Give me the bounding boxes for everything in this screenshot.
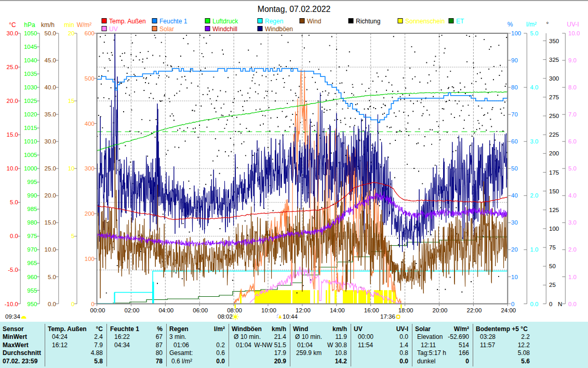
svg-text:ET: ET [456, 18, 464, 25]
svg-text:20.0: 20.0 [7, 98, 18, 104]
svg-text:0: 0 [465, 358, 469, 365]
svg-text:300: 300 [549, 75, 559, 82]
svg-text:125: 125 [549, 207, 559, 213]
svg-text:Montag, 07.02.2022: Montag, 07.02.2022 [258, 5, 331, 14]
svg-text:15: 15 [68, 98, 75, 104]
svg-text:Feuchte 1: Feuchte 1 [110, 325, 139, 333]
svg-text:75: 75 [549, 244, 556, 251]
svg-text:l/m²: l/m² [526, 21, 537, 28]
svg-text:1030: 1030 [24, 84, 37, 90]
svg-text:0: 0 [511, 301, 514, 307]
svg-text:150: 150 [549, 188, 559, 194]
svg-text:UV: UV [109, 25, 118, 33]
svg-text:Windböen: Windböen [232, 325, 262, 333]
svg-text:16:00: 16:00 [364, 307, 379, 313]
svg-text:200: 200 [85, 211, 95, 217]
svg-text:0.2: 0.2 [216, 341, 225, 349]
svg-text:3 min.: 3 min. [169, 333, 186, 340]
svg-text:5.0: 5.0 [530, 30, 539, 36]
svg-text:01:04: 01:04 [236, 341, 251, 349]
svg-text:0.0: 0.0 [10, 233, 18, 239]
svg-text:00:00: 00:00 [90, 307, 105, 313]
svg-text:250: 250 [549, 113, 559, 119]
svg-text:20:00: 20:00 [433, 307, 448, 313]
svg-text:Windchill: Windchill [212, 25, 237, 33]
svg-text:4.0: 4.0 [568, 192, 577, 199]
svg-text:950: 950 [27, 301, 37, 307]
svg-text:985: 985 [27, 206, 37, 212]
svg-text:02:00: 02:00 [125, 307, 140, 313]
svg-text:Solar: Solar [159, 25, 174, 33]
svg-text:200: 200 [549, 150, 559, 156]
svg-text:8.0: 8.0 [568, 84, 577, 90]
svg-text:0.0: 0.0 [568, 301, 577, 307]
svg-text:2.2: 2.2 [521, 333, 530, 340]
svg-text:67: 67 [156, 333, 163, 340]
svg-text:15.0: 15.0 [7, 132, 18, 138]
svg-text:hPa: hPa [24, 21, 35, 29]
svg-text:5.0: 5.0 [10, 199, 18, 205]
svg-text:40: 40 [511, 192, 518, 199]
svg-text:990: 990 [27, 192, 37, 199]
svg-text:80: 80 [156, 349, 163, 357]
svg-text:°C: °C [96, 325, 103, 333]
svg-text:70: 70 [511, 111, 518, 117]
svg-text:Wind: Wind [307, 18, 321, 25]
svg-text:Bodentemp +5 °C: Bodentemp +5 °C [476, 325, 528, 333]
svg-text:UV-I: UV-I [396, 325, 408, 333]
svg-text:45.0: 45.0 [45, 57, 56, 63]
svg-text:03:28: 03:28 [480, 333, 496, 340]
svg-text:1040: 1040 [24, 57, 37, 63]
svg-text:0.0: 0.0 [530, 301, 539, 307]
svg-text:-5.0: -5.0 [8, 267, 18, 273]
svg-text:1.4: 1.4 [399, 341, 408, 349]
svg-text:15.0: 15.0 [45, 219, 56, 226]
svg-text:dunkel: dunkel [417, 358, 435, 365]
svg-text:Tag:5:17 h: Tag:5:17 h [417, 349, 446, 357]
svg-text:166: 166 [459, 349, 469, 357]
svg-text:25: 25 [549, 282, 556, 288]
svg-text:°C: °C [9, 21, 16, 29]
svg-text:1025: 1025 [24, 98, 37, 104]
svg-text:Luftdruck: Luftdruck [212, 18, 238, 25]
svg-text:10.0: 10.0 [7, 165, 18, 172]
svg-text:17.9: 17.9 [274, 349, 287, 357]
svg-text:175: 175 [549, 169, 559, 176]
svg-text:11:54: 11:54 [358, 341, 373, 349]
svg-text:0.6: 0.6 [216, 349, 225, 357]
svg-text:11.9: 11.9 [336, 333, 348, 340]
svg-text:Ø 10 min.: Ø 10 min. [234, 333, 261, 340]
svg-text:Ø 10 min.: Ø 10 min. [295, 333, 322, 340]
svg-text:20: 20 [511, 246, 518, 253]
svg-text:12:00: 12:00 [296, 307, 311, 313]
svg-text:275: 275 [549, 94, 559, 100]
svg-text:km/h: km/h [272, 325, 286, 333]
svg-text:80: 80 [511, 84, 518, 90]
svg-text:-10.0: -10.0 [5, 301, 18, 307]
svg-text:970: 970 [27, 246, 37, 253]
svg-text:04:34: 04:34 [114, 341, 130, 349]
svg-text:16:12: 16:12 [52, 341, 68, 349]
svg-text:11:57: 11:57 [480, 341, 495, 349]
svg-text:1010: 1010 [24, 138, 37, 144]
svg-text:2.4: 2.4 [94, 333, 103, 340]
svg-text:01:04: 01:04 [297, 341, 313, 349]
svg-text:40.0: 40.0 [45, 84, 56, 90]
svg-text:90: 90 [511, 57, 518, 63]
svg-text:Temp. Außen: Temp. Außen [48, 325, 87, 333]
svg-text:Feuchte 1: Feuchte 1 [159, 18, 188, 25]
svg-text:5.8: 5.8 [94, 358, 103, 365]
svg-text:Richtung: Richtung [356, 18, 380, 25]
svg-text:UV: UV [354, 325, 363, 333]
svg-text:12:11: 12:11 [421, 341, 436, 349]
svg-text:1.0: 1.0 [530, 246, 539, 253]
svg-text:%: % [157, 325, 163, 333]
svg-text:100: 100 [549, 226, 559, 232]
svg-text:16:22: 16:22 [114, 333, 130, 340]
svg-text:%: % [507, 21, 513, 28]
svg-text:W-NW 51.5: W-NW 51.5 [254, 341, 286, 349]
svg-text:5.08: 5.08 [518, 349, 530, 357]
svg-text:08:02: 08:02 [218, 313, 233, 320]
svg-text:04:00: 04:00 [158, 307, 173, 313]
svg-text:20.0: 20.0 [45, 192, 56, 199]
